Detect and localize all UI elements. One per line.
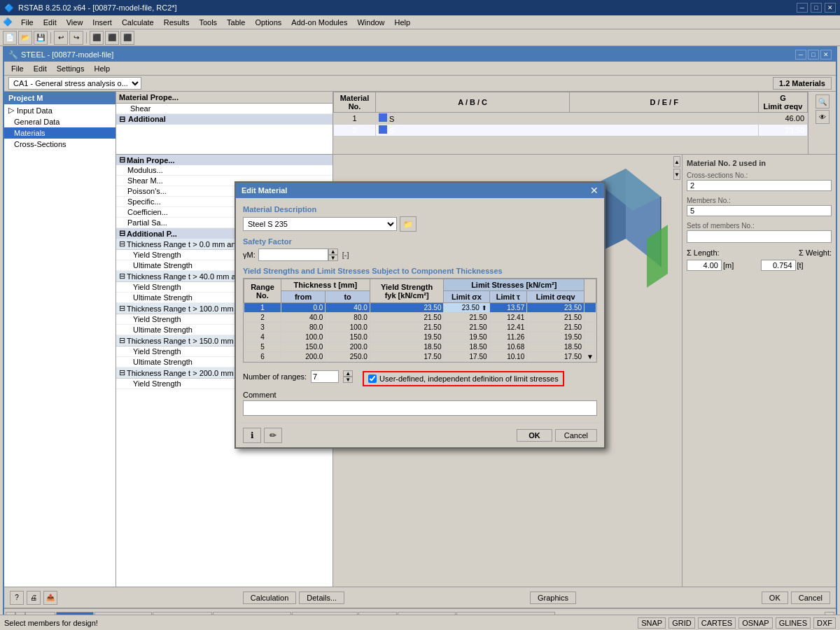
sum-length-label: Σ Length: <box>687 248 720 257</box>
app-title-bar: 🔷 RSTAB 8.25.02 x64 - [00877-model-file,… <box>0 0 840 15</box>
general-data-label: General Data <box>14 118 59 126</box>
ok-button[interactable]: OK <box>762 592 788 604</box>
modal-cancel-btn[interactable]: Cancel <box>555 429 597 442</box>
menu-tools[interactable]: Tools <box>195 17 221 28</box>
cancel-button[interactable]: Cancel <box>791 592 830 604</box>
close-btn[interactable]: ✕ <box>825 3 836 13</box>
sum-weight-unit: [t] <box>797 261 804 270</box>
menu-help[interactable]: Help <box>391 17 415 28</box>
bottom-toolbar: ? 🖨 📤 Calculation Details... Graphics OK… <box>4 587 836 608</box>
menu-view[interactable]: View <box>62 17 88 28</box>
inner-close-btn[interactable]: ✕ <box>820 50 832 59</box>
table-row[interactable]: 2 S 23.50 <box>334 125 808 136</box>
ca-dropdown[interactable]: CA1 - General stress analysis o... <box>8 77 141 90</box>
material-desc-dropdown[interactable]: Steel S 235 <box>243 217 397 231</box>
yield-table-row[interactable]: 6 200.0 250.0 17.50 17.50 10.10 17.50 ▼ <box>244 352 596 362</box>
menu-calculate[interactable]: Calculate <box>118 17 158 28</box>
toolbar-open[interactable]: 📂 <box>18 31 32 45</box>
col-scroll <box>584 279 596 303</box>
inner-max-btn[interactable]: □ <box>808 50 819 59</box>
general-data-item[interactable]: General Data <box>4 116 115 127</box>
view-btn-2[interactable]: 👁 <box>816 110 830 124</box>
num-ranges-input[interactable] <box>311 370 339 383</box>
table-row[interactable]: 1 S 46.00 <box>334 113 808 125</box>
members-field: 5 <box>687 205 832 216</box>
comment-label: Comment <box>243 391 597 399</box>
menu-window[interactable]: Window <box>353 17 388 28</box>
graphics-button[interactable]: Graphics <box>530 592 576 604</box>
toolbar-new[interactable]: 📄 <box>3 31 17 45</box>
yield-table-row[interactable]: 5 150.0 200.0 18.50 18.50 10.68 18.50 <box>244 342 596 352</box>
modal-ok-btn[interactable]: OK <box>517 429 552 442</box>
menu-table[interactable]: Table <box>223 17 249 28</box>
menu-options[interactable]: Options <box>251 17 286 28</box>
view-btn-1[interactable]: 🔍 <box>816 94 830 108</box>
ultimate-1: Ultimate Strength <box>133 261 246 270</box>
maximize-btn[interactable]: □ <box>811 3 822 13</box>
modal-info-btn[interactable]: ℹ <box>243 428 261 443</box>
menu-results[interactable]: Results <box>160 17 194 28</box>
toolbar-b1[interactable]: ⬛ <box>90 31 104 45</box>
ranges-down[interactable]: ▼ <box>343 377 353 383</box>
ultimate-2: Ultimate Strength <box>133 293 246 302</box>
toolbar-save[interactable]: 💾 <box>34 31 48 45</box>
toolbar-redo[interactable]: ↪ <box>69 31 83 45</box>
input-data-group[interactable]: ▷ Input Data <box>4 104 115 116</box>
col-range-no: RangeNo. <box>244 279 281 303</box>
yield-table-row[interactable]: 2 40.0 80.0 21.50 21.50 12.41 21.50 <box>244 313 596 323</box>
sum-weight-label: Σ Weight: <box>799 248 832 257</box>
safety-factor-up[interactable]: ▲ <box>328 248 338 255</box>
col-limit-stress: Limit Stresses [kN/cm²] <box>444 279 584 291</box>
cartes-btn[interactable]: CARTES <box>698 617 736 629</box>
modal-edit-btn[interactable]: ✏ <box>264 428 282 443</box>
col-yield: Yield Strengthfyk [kN/cm²] <box>370 279 444 303</box>
toolbar-b2[interactable]: ⬛ <box>105 31 119 45</box>
export-btn[interactable]: 📤 <box>43 591 57 605</box>
col-to: to <box>326 291 370 303</box>
dxf-btn[interactable]: DXF <box>813 617 836 629</box>
status-bar: Select members for design! SNAP GRID CAR… <box>0 615 840 630</box>
user-defined-checkbox[interactable] <box>368 374 377 383</box>
inner-menu-edit[interactable]: Edit <box>29 63 51 74</box>
user-defined-group: User-defined, independent definition of … <box>363 371 564 386</box>
yield-strength-3: Yield Strength <box>133 315 246 323</box>
toolbar-b3[interactable]: ⬛ <box>120 31 134 45</box>
scroll-down-btn[interactable]: ▼ <box>673 169 680 180</box>
menu-addon[interactable]: Add-on Modules <box>287 17 351 28</box>
material-browse-btn[interactable]: 📁 <box>400 216 416 232</box>
inner-menu-bar: File Edit Settings Help <box>4 62 836 76</box>
tab-label: 1.2 Materials <box>773 77 832 90</box>
comment-input[interactable] <box>243 400 597 416</box>
inner-min-btn[interactable]: ─ <box>795 50 806 59</box>
main-table: MaterialNo. A / B / C D / E / F GLimit σ… <box>333 92 808 136</box>
inner-menu-settings[interactable]: Settings <box>52 63 89 74</box>
safety-factor-down[interactable]: ▼ <box>328 255 338 261</box>
materials-item[interactable]: Materials <box>4 127 115 139</box>
inner-menu-help[interactable]: Help <box>90 63 114 74</box>
minimize-btn[interactable]: ─ <box>797 3 808 13</box>
menu-file[interactable]: File <box>17 17 38 28</box>
snap-btn[interactable]: SNAP <box>638 617 666 629</box>
toolbar-undo[interactable]: ↩ <box>54 31 68 45</box>
cross-sections-label: Cross-Sections <box>14 140 66 148</box>
modal-close-btn[interactable]: ✕ <box>590 185 598 196</box>
grid-btn[interactable]: GRID <box>668 617 695 629</box>
yield-table-row[interactable]: 3 80.0 100.0 21.50 21.50 12.41 21.50 <box>244 323 596 332</box>
ranges-up[interactable]: ▲ <box>343 370 353 377</box>
calculation-button[interactable]: Calculation <box>243 592 296 604</box>
menu-insert[interactable]: Insert <box>88 17 116 28</box>
additional-section: ⊟Additional <box>116 114 332 125</box>
glines-btn[interactable]: GLINES <box>776 617 811 629</box>
details-button[interactable]: Details... <box>299 592 344 604</box>
scroll-up-btn[interactable]: ▲ <box>673 156 680 167</box>
print-btn[interactable]: 🖨 <box>27 591 41 605</box>
yield-table-row[interactable]: 1 0.0 40.0 23.50 23.50 ⬆ 13.57 23.50 <box>244 303 596 313</box>
inner-menu-file[interactable]: File <box>7 63 28 74</box>
osnap-btn[interactable]: OSNAP <box>738 617 773 629</box>
menu-edit[interactable]: Edit <box>39 17 61 28</box>
help-icon-btn[interactable]: ? <box>10 591 24 605</box>
cross-sections-label: Cross-sections No.: <box>687 172 832 179</box>
safety-factor-input[interactable] <box>258 248 328 261</box>
cross-sections-item[interactable]: Cross-Sections <box>4 139 115 150</box>
yield-table-row[interactable]: 4 100.0 150.0 19.50 19.50 11.26 19.50 <box>244 332 596 342</box>
